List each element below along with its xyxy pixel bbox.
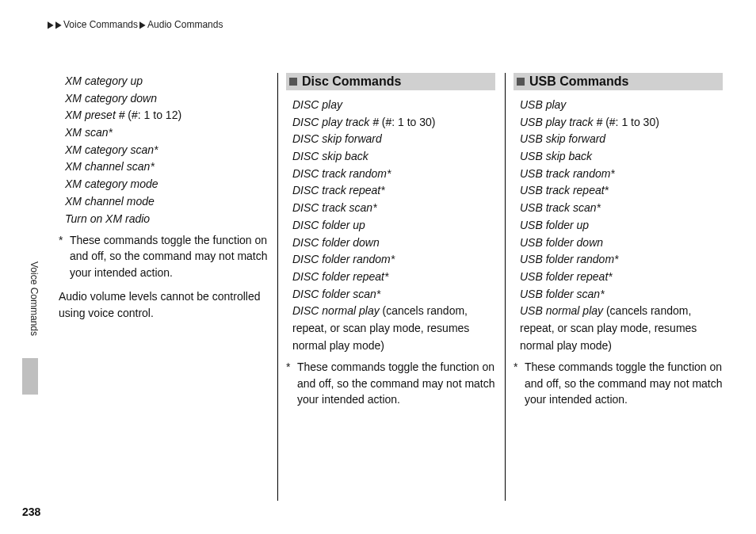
command-item: USB folder up bbox=[520, 217, 723, 235]
triangle-right-icon: ▶ bbox=[48, 19, 54, 29]
command-item: Turn on XM radio bbox=[65, 211, 268, 228]
breadcrumb: ▶▶Voice Commands▶Audio Commands bbox=[48, 19, 223, 30]
command-item: DISC play bbox=[292, 97, 495, 114]
command-item: USB track random* bbox=[520, 166, 723, 183]
note-text: These commands toggle the function on an… bbox=[525, 359, 723, 407]
column-xm: XM category upXM category downXM preset … bbox=[48, 73, 277, 502]
xm-command-list: XM category upXM category downXM preset … bbox=[65, 73, 268, 227]
command-item: DISC skip forward bbox=[292, 131, 495, 148]
command-item: DISC normal play (cancels random, repeat… bbox=[292, 303, 495, 354]
command-item: USB folder down bbox=[520, 235, 723, 252]
disc-section-header: Disc Commands bbox=[286, 73, 495, 90]
note-text: These commands toggle the function on an… bbox=[297, 359, 495, 407]
square-bullet-icon bbox=[289, 78, 297, 86]
command-item: DISC track scan* bbox=[292, 200, 495, 217]
triangle-right-icon: ▶ bbox=[55, 19, 62, 29]
command-item: USB skip forward bbox=[520, 131, 723, 148]
side-tab-label: Voice Commands bbox=[29, 261, 40, 336]
page-number: 238 bbox=[22, 505, 40, 518]
note-text: These commands toggle the function on an… bbox=[70, 232, 268, 280]
usb-command-list: USB playUSB play track # (#: 1 to 30)USB… bbox=[520, 97, 723, 354]
command-item: USB folder repeat* bbox=[520, 269, 723, 286]
asterisk: * bbox=[59, 232, 70, 280]
command-item: USB play track # (#: 1 to 30) bbox=[520, 114, 723, 132]
usb-toggle-note: * These commands toggle the function on … bbox=[514, 359, 723, 407]
command-item: DISC track random* bbox=[292, 166, 495, 183]
command-item: USB track scan* bbox=[520, 200, 723, 217]
disc-command-list: DISC playDISC play track # (#: 1 to 30)D… bbox=[292, 97, 495, 354]
command-item: XM category scan* bbox=[65, 142, 268, 159]
command-item: DISC play track # (#: 1 to 30) bbox=[292, 114, 495, 132]
command-item: DISC folder down bbox=[292, 235, 495, 252]
asterisk: * bbox=[514, 359, 525, 407]
volume-note: Audio volume levels cannot be controlled… bbox=[59, 288, 268, 322]
command-item: USB play bbox=[520, 97, 723, 114]
command-item: USB folder scan* bbox=[520, 286, 723, 303]
command-item: XM category down bbox=[65, 90, 268, 108]
side-tab-marker bbox=[22, 358, 38, 395]
content-columns: XM category upXM category downXM preset … bbox=[48, 73, 732, 502]
command-item: XM preset # (#: 1 to 12) bbox=[65, 107, 268, 124]
asterisk: * bbox=[286, 359, 297, 407]
usb-section-header: USB Commands bbox=[514, 73, 723, 90]
command-item: XM scan* bbox=[65, 124, 268, 142]
disc-toggle-note: * These commands toggle the function on … bbox=[286, 359, 495, 407]
command-item: USB skip back bbox=[520, 148, 723, 166]
column-disc: Disc Commands DISC playDISC play track #… bbox=[278, 73, 505, 502]
command-item: XM category mode bbox=[65, 176, 268, 193]
command-item: DISC folder up bbox=[292, 217, 495, 235]
command-item: USB normal play (cancels random, repeat,… bbox=[520, 303, 723, 354]
command-item: XM channel scan* bbox=[65, 158, 268, 176]
breadcrumb-level2: Audio Commands bbox=[147, 19, 223, 30]
command-item: DISC folder random* bbox=[292, 251, 495, 269]
column-usb: USB Commands USB playUSB play track # (#… bbox=[506, 73, 732, 502]
xm-toggle-note: * These commands toggle the function on … bbox=[59, 232, 268, 280]
command-item: DISC folder scan* bbox=[292, 286, 495, 303]
command-item: DISC skip back bbox=[292, 148, 495, 166]
command-item: USB track repeat* bbox=[520, 182, 723, 200]
header-text: USB Commands bbox=[529, 74, 628, 89]
square-bullet-icon bbox=[517, 78, 525, 86]
command-item: XM channel mode bbox=[65, 193, 268, 211]
command-item: DISC folder repeat* bbox=[292, 269, 495, 286]
triangle-right-icon: ▶ bbox=[139, 19, 146, 29]
command-item: USB folder random* bbox=[520, 251, 723, 269]
breadcrumb-level1: Voice Commands bbox=[63, 19, 138, 30]
header-text: Disc Commands bbox=[302, 74, 401, 89]
command-item: XM category up bbox=[65, 73, 268, 90]
command-item: DISC track repeat* bbox=[292, 182, 495, 200]
